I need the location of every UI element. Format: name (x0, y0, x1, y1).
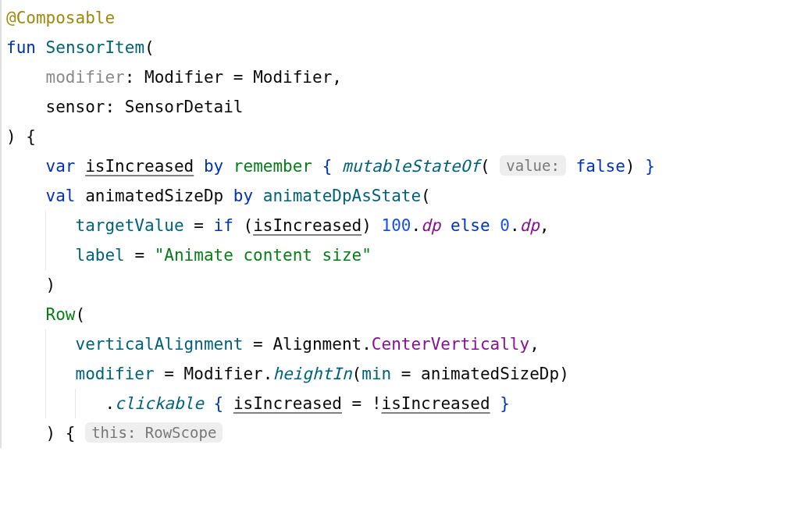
paren-open: ( (243, 216, 253, 235)
lhs-isIncreased: isIncreased (233, 394, 342, 413)
code-line: targetValue = if (isIncreased) 100.dp el… (6, 211, 812, 240)
prop-dp: dp (421, 216, 440, 235)
var-isIncreased: isIncreased (85, 157, 194, 176)
keyword-by: by (204, 157, 223, 176)
paren-close: ) (361, 216, 372, 235)
code-line: Row( (6, 300, 812, 329)
bang: ! (372, 394, 382, 413)
arg-verticalAlignment: verticalAlignment (76, 335, 244, 354)
brace-open: { (322, 157, 333, 176)
code-line: verticalAlignment = Alignment.CenterVert… (6, 329, 812, 359)
call-mutableStateOf: mutableStateOf (342, 157, 480, 176)
call-remember: remember (233, 157, 312, 176)
comma: , (540, 216, 550, 235)
eq: = (155, 365, 184, 383)
code-line: modifier = Modifier.heightIn(min = anima… (6, 359, 812, 389)
val-animatedSizeDp: animatedSizeDp (85, 187, 223, 205)
call-clickable: clickable (115, 394, 204, 413)
brace-open: { (214, 394, 224, 413)
param-modifier: modifier (46, 68, 125, 87)
eq: = (184, 216, 214, 235)
type: Modifier (144, 68, 223, 87)
eq: = (391, 365, 421, 383)
prop-CenterVertically: CenterVertically (372, 335, 529, 354)
ref-isIncreased: isIncreased (253, 216, 361, 235)
eq: = (342, 394, 372, 413)
paren-brace: ) { (46, 424, 76, 443)
keyword-var: var (46, 157, 76, 176)
code-line: @Composable (6, 3, 812, 33)
dot: . (411, 216, 421, 235)
ref-animatedSizeDp: animatedSizeDp (421, 365, 559, 383)
literal-100: 100 (382, 216, 411, 235)
inlay-hint-value: value: (500, 155, 566, 176)
keyword-if: if (214, 216, 233, 235)
brace-close: } (645, 157, 655, 176)
code-line: modifier: Modifier = Modifier, (6, 62, 812, 92)
dot: . (263, 365, 273, 383)
prop-dp: dp (520, 216, 540, 235)
keyword-else: else (451, 216, 490, 235)
keyword-val: val (46, 187, 76, 205)
dot: . (105, 394, 115, 413)
brace-close: } (500, 394, 510, 413)
paren-open: ( (421, 187, 431, 205)
arg-modifier: modifier (76, 365, 155, 383)
code-line: fun SensorItem( (6, 33, 812, 62)
param-sensor: sensor (46, 98, 105, 116)
paren-open: ( (352, 365, 362, 383)
code-line: val animatedSizeDp by animateDpAsState( (6, 181, 812, 211)
close: ) (625, 157, 636, 176)
eq: = (243, 335, 272, 354)
code-line: ) { this: RowScope (6, 418, 812, 448)
colon: : (125, 68, 144, 87)
ref-Modifier: Modifier (184, 365, 263, 383)
code-line: label = "Animate content size" (6, 240, 812, 270)
paren-open: ( (144, 38, 155, 57)
ref-Alignment: Alignment (272, 335, 361, 354)
call-animateDpAsState: animateDpAsState (263, 187, 421, 205)
eq: = (125, 246, 155, 265)
paren-brace: ) { (6, 127, 36, 146)
comma: , (332, 68, 342, 87)
eq: = (223, 68, 253, 87)
function-name: SensorItem (46, 38, 144, 57)
paren-open: ( (76, 305, 86, 324)
string-literal: "Animate content size" (155, 246, 372, 265)
paren-close: ) (46, 276, 56, 294)
keyword-fun: fun (6, 38, 36, 57)
colon: : (105, 98, 124, 116)
arg-targetValue: targetValue (76, 216, 184, 235)
arg-min: min (361, 365, 391, 383)
code-line: ) { (6, 122, 812, 151)
dot: . (510, 216, 520, 235)
code-line: sensor: SensorDetail (6, 92, 812, 122)
rhs-isIncreased: isIncreased (382, 394, 490, 413)
keyword-by: by (233, 187, 253, 205)
paren-close: ) (559, 365, 569, 383)
dot: . (361, 335, 372, 354)
arg-label: label (76, 246, 125, 265)
code-line: var isIncreased by remember { mutableSta… (6, 151, 812, 181)
call-heightIn: heightIn (272, 365, 351, 383)
default: Modifier (253, 68, 332, 87)
code-editor[interactable]: @Composable fun SensorItem( modifier: Mo… (0, 0, 812, 448)
annotation: @Composable (6, 9, 115, 27)
literal-false: false (576, 157, 625, 176)
code-line: ) (6, 270, 812, 300)
literal-0: 0 (500, 216, 510, 235)
code-line: .clickable { isIncreased = !isIncreased … (6, 389, 812, 418)
comma: , (529, 335, 540, 354)
type: SensorDetail (125, 98, 244, 116)
inlay-hint-this: this: RowScope (85, 422, 223, 443)
call-Row: Row (46, 305, 76, 324)
